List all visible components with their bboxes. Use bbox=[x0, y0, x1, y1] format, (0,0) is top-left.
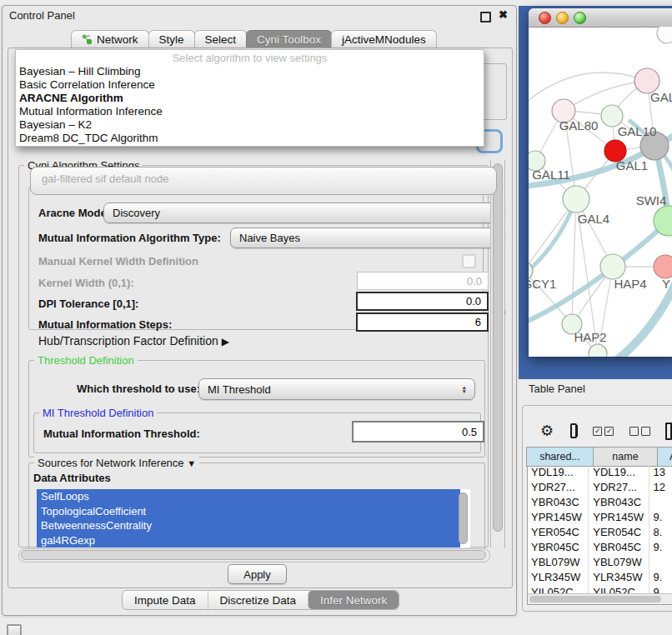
network-node[interactable] bbox=[600, 254, 625, 279]
network-node-label: GAL4 bbox=[578, 212, 609, 226]
table-cell: YER054C bbox=[527, 525, 589, 540]
mi-steps-input[interactable]: 6 bbox=[356, 312, 489, 332]
column-header-name[interactable]: name bbox=[593, 447, 658, 467]
column-header-shared-name[interactable]: shared... bbox=[526, 447, 594, 467]
tab-style[interactable]: Style bbox=[148, 30, 195, 48]
tab-network[interactable]: Network bbox=[71, 30, 149, 48]
table-cell: YBR043C bbox=[589, 495, 649, 510]
network-edge[interactable] bbox=[572, 199, 576, 324]
table-cell: 9. bbox=[649, 540, 672, 555]
table-row[interactable]: YER054CYER054C8. bbox=[527, 525, 672, 540]
kernel-width-label: Kernel Width (0,1): bbox=[38, 277, 134, 289]
scrollbar-thumb[interactable] bbox=[529, 596, 661, 602]
data-attributes-label: Data Attributes bbox=[33, 472, 111, 484]
minimize-traffic-light-icon[interactable] bbox=[556, 12, 569, 24]
float-window-icon[interactable] bbox=[480, 12, 491, 22]
dropdown-item[interactable]: Bayesian – Hill Climbing bbox=[16, 65, 484, 78]
list-scrollbar-thumb[interactable] bbox=[459, 492, 468, 544]
table-row[interactable]: YLR345WYLR345W9. bbox=[527, 570, 672, 585]
table-row[interactable]: YIL052CYIL052C9 bbox=[527, 585, 672, 593]
tab-infer-network[interactable]: Infer Network bbox=[308, 591, 399, 609]
table-row[interactable]: YDL19...YDL19...13 bbox=[527, 465, 672, 480]
unchecked-box-icon bbox=[629, 427, 639, 436]
dropdown-item[interactable]: ARACNE Algorithm bbox=[16, 92, 484, 105]
network-edge[interactable] bbox=[529, 72, 647, 106]
tab-select-label: Select bbox=[205, 33, 237, 46]
hub-definition-toggle[interactable]: Hub/Transcription Factor Definition ▶ bbox=[38, 334, 229, 348]
column-browser-icon[interactable] bbox=[570, 423, 577, 438]
mi-threshold-label: Mutual Information Threshold: bbox=[43, 428, 200, 440]
network-edge[interactable] bbox=[529, 221, 669, 325]
collapsed-arrow-icon: ▶ bbox=[222, 336, 229, 348]
tab-style-label: Style bbox=[159, 33, 184, 46]
attribute-list-item[interactable]: BetweennessCentrality bbox=[37, 518, 460, 533]
scrollbar-thumb[interactable] bbox=[21, 550, 486, 560]
kernel-width-input[interactable]: 0.0 bbox=[357, 272, 489, 290]
apply-button[interactable]: Apply bbox=[228, 564, 287, 584]
sources-title[interactable]: Sources for Network Inference ▼ bbox=[34, 457, 199, 469]
network-node-label: SWI4 bbox=[636, 193, 667, 208]
minimized-panel-icon[interactable] bbox=[7, 624, 22, 635]
splitpane-collapse-icon[interactable]: ‹ bbox=[504, 308, 506, 317]
tab-impute-data[interactable]: Impute Data bbox=[123, 591, 208, 609]
table-row[interactable]: YBR043CYBR043C bbox=[527, 495, 672, 510]
manual-kernel-width-checkbox[interactable] bbox=[462, 254, 476, 268]
network-window: GALGAL80GAL10GAL1GAL11SWI4GAL4GCY1HAP4YH… bbox=[529, 8, 672, 357]
aracne-mode-label: Aracne Mode: bbox=[38, 207, 110, 219]
deselect-all-columns-icon[interactable] bbox=[629, 427, 650, 436]
tab-jactivemnodules[interactable]: jActiveMNodules bbox=[331, 30, 437, 48]
network-node-label: HAP4 bbox=[614, 277, 646, 291]
settings-horizontal-scrollbar[interactable] bbox=[18, 548, 490, 562]
column-header-clipped[interactable]: A bbox=[657, 447, 672, 467]
settings-vertical-scrollbar[interactable] bbox=[490, 160, 505, 548]
which-threshold-combobox[interactable]: MI Threshold ▲▼ bbox=[198, 378, 475, 400]
table-row[interactable]: YDR27...YDR27...12 bbox=[527, 480, 672, 495]
table-cell: 9. bbox=[649, 570, 672, 585]
dropdown-item[interactable]: Bayesian – K2 bbox=[16, 118, 484, 132]
network-node-label: Y bbox=[662, 277, 670, 291]
close-icon[interactable]: ✖ bbox=[499, 8, 508, 21]
mi-threshold-input[interactable]: 0.5 bbox=[352, 421, 484, 442]
table-row[interactable]: YBL079WYBL079W bbox=[527, 555, 672, 570]
dpi-tolerance-label: DPI Tolerance [0,1]: bbox=[38, 298, 138, 310]
table-row[interactable]: YPR145WYPR145W9. bbox=[527, 510, 672, 525]
mi-algorithm-type-combobox[interactable]: Naive Bayes ▲▼ bbox=[230, 228, 505, 248]
table-row[interactable]: YBR045CYBR045C9. bbox=[527, 540, 672, 555]
network-node[interactable] bbox=[563, 186, 589, 212]
close-traffic-light-icon[interactable] bbox=[539, 12, 551, 24]
stepper-arrows-icon: ▲▼ bbox=[462, 385, 467, 393]
select-all-columns-icon[interactable]: ✓✓ bbox=[593, 427, 614, 436]
algorithm-dropdown-list[interactable]: Select algorithm to view settings Bayesi… bbox=[15, 49, 484, 147]
network-node[interactable] bbox=[657, 27, 672, 43]
table-cell: YPR145W bbox=[527, 510, 589, 525]
tab-select[interactable]: Select bbox=[194, 30, 248, 48]
table-cell: 8. bbox=[649, 525, 672, 540]
export-table-icon[interactable] bbox=[665, 422, 672, 440]
dropdown-item[interactable]: Mutual Information Inference bbox=[16, 105, 484, 118]
network-canvas[interactable]: GALGAL80GAL10GAL1GAL11SWI4GAL4GCY1HAP4YH… bbox=[529, 27, 672, 357]
attribute-list-item[interactable]: TopologicalCoefficient bbox=[37, 504, 460, 519]
aracne-mode-combobox[interactable]: Discovery ▲▼ bbox=[103, 202, 505, 223]
attribute-list-item[interactable]: gal4RGexp bbox=[37, 533, 460, 548]
dropdown-item[interactable]: Dream8 DC_TDC Algorithm bbox=[16, 132, 484, 145]
network-window-titlebar[interactable] bbox=[529, 8, 672, 28]
data-attributes-list[interactable]: SelfLoopsTopologicalCoefficientBetweenne… bbox=[37, 489, 470, 548]
tab-discretize-data[interactable]: Discretize Data bbox=[208, 591, 308, 609]
tab-cyni-toolbox[interactable]: Cyni Toolbox bbox=[246, 30, 332, 48]
mi-algorithm-type-value: Naive Bayes bbox=[239, 232, 300, 244]
attribute-list-item[interactable]: SelfLoops bbox=[37, 489, 460, 504]
scrollbar-thumb[interactable] bbox=[493, 163, 503, 532]
table-horizontal-scrollbar[interactable] bbox=[528, 593, 672, 604]
which-threshold-value: MI Threshold bbox=[208, 383, 271, 396]
which-threshold-label: Which threshold to use: bbox=[77, 382, 200, 395]
network-edge[interactable] bbox=[564, 81, 647, 111]
manual-kernel-width-label: Manual Kernel Width Definition bbox=[38, 255, 198, 268]
network-node-label: GAL10 bbox=[618, 124, 657, 138]
zoom-traffic-light-icon[interactable] bbox=[574, 12, 586, 24]
gear-icon[interactable]: ⚙ bbox=[540, 422, 554, 439]
dpi-tolerance-input[interactable]: 0.0 bbox=[356, 292, 489, 311]
dropdown-item[interactable]: Basic Correlation Inference bbox=[16, 78, 484, 92]
network-edge[interactable] bbox=[529, 199, 576, 278]
network-node[interactable] bbox=[654, 255, 672, 278]
table-cell: YBR043C bbox=[527, 495, 589, 510]
